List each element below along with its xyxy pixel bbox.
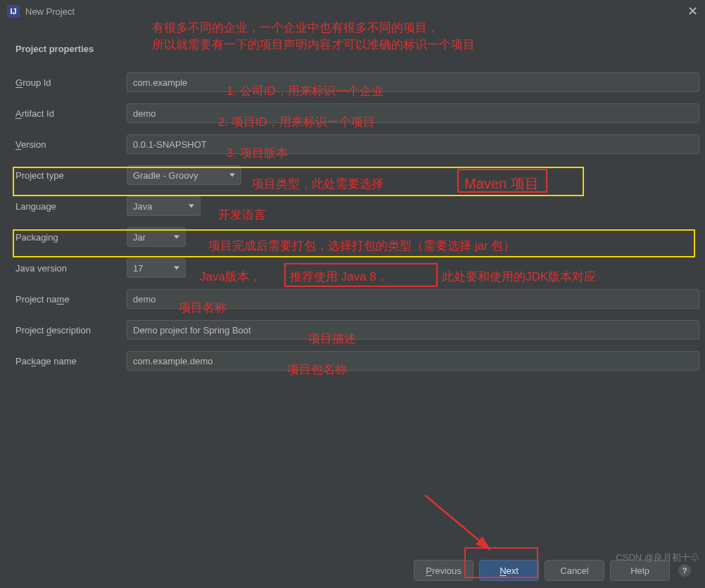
label-group-id: Group Id — [15, 77, 127, 88]
chevron-down-icon — [229, 174, 235, 177]
version-input[interactable] — [127, 134, 699, 154]
help-icon[interactable]: ? — [678, 564, 691, 577]
chevron-down-icon — [174, 236, 179, 239]
project-type-value: Gradle - Groovy — [133, 170, 198, 181]
group-id-input[interactable] — [127, 72, 699, 92]
label-project-type: Project type — [15, 170, 127, 181]
project-type-select[interactable]: Gradle - Groovy — [127, 165, 241, 185]
close-icon[interactable]: ✕ — [687, 4, 698, 19]
label-java-version: Java version — [15, 263, 127, 274]
language-value: Java — [133, 201, 152, 212]
package-name-input[interactable] — [127, 351, 699, 371]
label-packaging: Packaging — [15, 232, 127, 243]
section-title: Project properties — [0, 23, 705, 67]
java-version-select[interactable]: 17 — [127, 258, 186, 278]
titlebar: IJ New Project ✕ — [0, 0, 705, 23]
chevron-down-icon — [174, 267, 179, 270]
cancel-button[interactable]: Cancel — [545, 560, 604, 581]
packaging-select[interactable]: Jar — [127, 227, 186, 247]
label-project-name: Project name — [15, 294, 127, 305]
app-icon: IJ — [7, 5, 20, 18]
label-package-name: Package name — [15, 356, 127, 366]
svg-line-0 — [425, 495, 490, 549]
previous-button[interactable]: Previous — [414, 560, 474, 581]
label-project-description: Project description — [15, 325, 127, 335]
label-artifact-id: Artifact Id — [15, 108, 127, 119]
packaging-value: Jar — [133, 232, 146, 243]
project-description-input[interactable] — [127, 320, 699, 340]
arrow-icon — [419, 490, 504, 560]
artifact-id-input[interactable] — [127, 103, 699, 123]
form: Group Id Artifact Id Version Project typ… — [0, 67, 705, 376]
watermark: CSDN @良月初十♧ — [616, 551, 699, 564]
project-name-input[interactable] — [127, 289, 699, 309]
window-title: New Project — [25, 6, 75, 17]
language-select[interactable]: Java — [127, 196, 201, 216]
chevron-down-icon — [189, 205, 194, 208]
next-button[interactable]: Next — [479, 560, 539, 581]
label-version: Version — [15, 139, 127, 150]
java-version-value: 17 — [133, 263, 143, 274]
label-language: Language — [15, 201, 127, 212]
